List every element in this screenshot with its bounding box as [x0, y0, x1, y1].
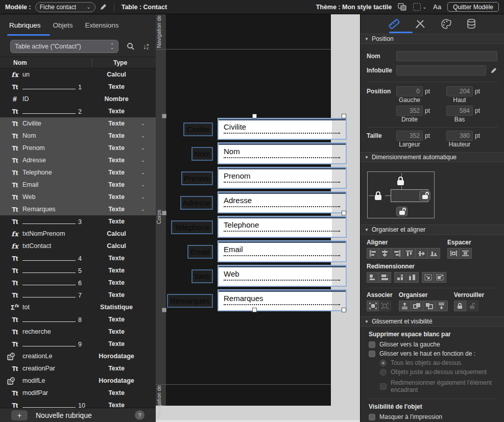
align-right-button[interactable]: [391, 248, 403, 259]
format-tab[interactable]: [414, 18, 426, 30]
styles-icon[interactable]: [398, 3, 407, 11]
canvas-field-nom[interactable]: Nom: [218, 142, 347, 164]
field-row[interactable]: creationLeHorodatage: [0, 350, 156, 362]
selection-handle[interactable]: [342, 308, 346, 312]
quit-layout-button[interactable]: Quitter Modèle: [447, 2, 499, 12]
directly-above-radio[interactable]: [380, 369, 387, 376]
canvas-field-adresse[interactable]: Adresse: [218, 191, 347, 213]
unlock-button[interactable]: [466, 301, 478, 311]
position-top-input[interactable]: [446, 86, 473, 96]
part-divider-bottom[interactable]: [156, 384, 331, 385]
search-icon[interactable]: [127, 42, 135, 51]
sort-icon[interactable]: ↓az: [143, 42, 149, 51]
object-name-input[interactable]: [396, 51, 497, 61]
resize-h-small-button[interactable]: [394, 272, 406, 283]
resize-enclosing-checkbox[interactable]: [380, 383, 387, 390]
section-header-position[interactable]: ▼ Position: [361, 34, 504, 44]
align-center-h-button[interactable]: [379, 248, 391, 259]
appearance-tab[interactable]: [440, 18, 452, 30]
canvas-label-adresse[interactable]: Adresse: [180, 196, 213, 210]
field-row[interactable]: TtrechercheTexte: [0, 326, 156, 338]
position-tab[interactable]: [388, 18, 401, 30]
part-label-body[interactable]: Corps: [156, 204, 166, 230]
canvas-label-remarques[interactable]: Remarques: [167, 294, 213, 308]
add-field-button[interactable]: +: [11, 410, 28, 420]
slide-up-checkbox[interactable]: [369, 351, 375, 357]
bring-front-button[interactable]: [399, 301, 411, 311]
selection-handle[interactable]: [342, 114, 346, 118]
anchor-bottom-unlock-button[interactable]: [396, 207, 407, 216]
resize-w-small-button[interactable]: [367, 272, 379, 283]
field-row[interactable]: ΣfxtotStatistique: [0, 301, 156, 313]
tab-rubriques[interactable]: Rubriques: [9, 21, 41, 29]
size-height-input[interactable]: [446, 131, 473, 141]
section-header-autosize[interactable]: ▼ Dimensionnement automatique: [361, 152, 504, 162]
resize-both-s-button[interactable]: [422, 272, 434, 283]
data-tab[interactable]: [466, 18, 477, 30]
align-bottom-button[interactable]: [428, 248, 440, 259]
edit-tooltip-icon[interactable]: [490, 67, 497, 74]
text-format-icon[interactable]: Aa: [433, 3, 442, 11]
field-row[interactable]: Tt6Texte: [0, 277, 156, 289]
field-row[interactable]: TtPrenomTexte⌄: [0, 142, 156, 154]
field-row[interactable]: #IDNombre: [0, 93, 156, 105]
canvas-field-email[interactable]: Email: [218, 240, 347, 262]
canvas-field-web[interactable]: Web: [218, 265, 347, 287]
selection-tool-dropdown[interactable]: ⌄: [413, 3, 426, 11]
field-type-chevron-icon[interactable]: ⌄: [141, 121, 150, 126]
field-type-chevron-icon[interactable]: ⌄: [141, 182, 150, 187]
field-row[interactable]: modifLeHorodatage: [0, 375, 156, 387]
tab-objets[interactable]: Objets: [53, 21, 73, 29]
field-row[interactable]: Tt8Texte: [0, 313, 156, 326]
align-middle-button[interactable]: [416, 248, 428, 259]
position-left-input[interactable]: [396, 86, 423, 96]
canvas-field-telephone[interactable]: Telephone: [218, 216, 347, 238]
position-right-input[interactable]: [396, 106, 423, 116]
field-type-chevron-icon[interactable]: ⌄: [141, 170, 150, 175]
layout-canvas[interactable]: Navigation de… Corps Navigation de… Civi…: [156, 14, 360, 422]
selection-handle[interactable]: [252, 308, 257, 312]
part-label-nav-top[interactable]: Navigation de…: [156, 15, 166, 48]
align-left-button[interactable]: [367, 248, 379, 259]
bring-forward-button[interactable]: [411, 301, 423, 311]
part-label-nav-bottom[interactable]: Navigation de…: [156, 385, 166, 418]
section-header-arrange[interactable]: ▼ Organiser et aligner: [361, 225, 504, 235]
add-field-label[interactable]: Nouvelle rubrique: [36, 411, 92, 419]
part-divider-top[interactable]: [156, 49, 331, 49]
selection-handle[interactable]: [342, 211, 346, 215]
table-filter-dropdown[interactable]: Table active ("Contact") ⌃⌄: [10, 40, 118, 53]
field-row[interactable]: Tt4Texte: [0, 252, 156, 264]
size-width-input[interactable]: [396, 131, 423, 141]
canvas-label-prenom[interactable]: Prenom: [181, 171, 213, 185]
anchor-top-lock-icon[interactable]: [397, 177, 404, 185]
canvas-field-remarques[interactable]: Remarques: [218, 289, 347, 311]
field-row[interactable]: TtNomTexte⌄: [0, 130, 156, 142]
field-row[interactable]: Tt3Texte: [0, 215, 156, 228]
selection-handle[interactable]: [162, 308, 166, 312]
field-row[interactable]: TtRemarquesTexte⌄: [0, 203, 156, 215]
field-row[interactable]: TtCiviliteTexte⌄: [0, 117, 156, 130]
all-objects-above-radio[interactable]: [380, 360, 387, 366]
canvas-scroll-strip[interactable]: [156, 420, 360, 422]
field-row[interactable]: fxtxtNomPrenomCalcul: [0, 228, 156, 240]
align-top-button[interactable]: [403, 248, 416, 259]
field-type-chevron-icon[interactable]: ⌄: [141, 145, 150, 151]
field-row[interactable]: fxtxtContactCalcul: [0, 240, 156, 252]
resize-w-large-button[interactable]: [379, 272, 391, 283]
field-type-chevron-icon[interactable]: ⌄: [141, 158, 150, 163]
field-row[interactable]: TtmodifParTexte: [0, 387, 156, 399]
column-header-type[interactable]: Type: [92, 59, 148, 67]
slide-left-checkbox[interactable]: [369, 341, 375, 348]
field-row[interactable]: TtTelephoneTexte⌄: [0, 166, 156, 179]
field-row[interactable]: fxunCalcul: [0, 68, 156, 81]
canvas-label-telephone[interactable]: Telephone: [171, 220, 213, 234]
part-label-strip[interactable]: Navigation de… Corps Navigation de…: [156, 14, 166, 406]
field-row[interactable]: Tt2Texte: [0, 105, 156, 117]
resize-h-large-button[interactable]: [406, 272, 419, 283]
column-header-name[interactable]: Nom: [0, 59, 92, 66]
send-back-button[interactable]: [436, 301, 448, 311]
hide-when-printing-checkbox[interactable]: [369, 414, 375, 420]
field-type-chevron-icon[interactable]: ⌄: [141, 207, 150, 212]
canvas-field-prenom[interactable]: Prenom: [218, 167, 347, 189]
field-row[interactable]: Tt1Texte: [0, 81, 156, 93]
